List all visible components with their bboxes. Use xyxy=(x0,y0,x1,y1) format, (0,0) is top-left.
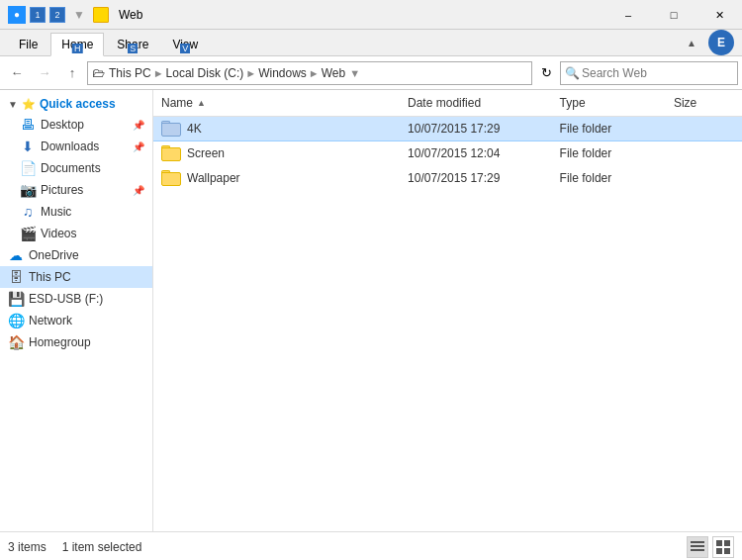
folder-icon-title xyxy=(93,7,109,23)
sidebar-thispc-label: This PC xyxy=(29,270,71,284)
file-row-wallpaper[interactable]: Wallpaper 10/07/2015 17:29 File folder xyxy=(153,166,742,191)
file-date-4k: 10/07/2015 17:29 xyxy=(400,118,552,140)
sidebar-item-music[interactable]: ♫ Music xyxy=(0,201,152,223)
maximize-button[interactable]: □ xyxy=(651,0,696,30)
svg-rect-5 xyxy=(716,548,722,554)
pin-icon-pictures: 📌 xyxy=(133,185,144,196)
file-row-screen[interactable]: Screen 10/07/2015 12:04 File folder xyxy=(153,141,742,166)
sidebar-item-pictures[interactable]: 📷 Pictures 📌 xyxy=(0,179,152,201)
status-bar-right xyxy=(687,536,734,558)
folder-icon-screen xyxy=(161,145,181,161)
svg-rect-3 xyxy=(716,540,722,546)
main-area: ▼ ⭐ Quick access 🖶 Desktop 📌 ⬇ Downloads… xyxy=(0,90,742,531)
sidebar-homegroup-label: Homegroup xyxy=(29,335,91,349)
title-bar-left: ● 1 2 ▼ Web xyxy=(8,6,142,24)
sidebar-item-network[interactable]: 🌐 Network xyxy=(0,310,152,331)
pin-icon-downloads: 📌 xyxy=(133,141,144,152)
sidebar-item-downloads[interactable]: ⬇ Downloads 📌 xyxy=(0,136,152,157)
tab-share-key: S xyxy=(128,44,138,53)
col-header-type[interactable]: Type xyxy=(552,92,666,114)
refresh-button[interactable]: ↻ xyxy=(534,61,558,85)
music-icon: ♫ xyxy=(20,204,36,220)
col-header-size[interactable]: Size xyxy=(666,92,742,114)
file-size-4k xyxy=(666,125,742,133)
search-box[interactable]: 🔍 xyxy=(560,61,738,85)
sidebar-section-quick-access[interactable]: ▼ ⭐ Quick access xyxy=(0,94,152,114)
sidebar-usb-label: ESD-USB (F:) xyxy=(29,292,103,306)
file-date-wallpaper: 10/07/2015 17:29 xyxy=(400,167,552,189)
file-row-4k[interactable]: 4K 10/07/2015 17:29 File folder xyxy=(153,117,742,141)
sidebar-onedrive-label: OneDrive xyxy=(29,248,79,262)
sidebar-item-usb[interactable]: 💾 ESD-USB (F:) xyxy=(0,288,152,310)
sidebar-item-onedrive[interactable]: ☁ OneDrive xyxy=(0,244,152,266)
file-name-screen: Screen xyxy=(153,141,400,165)
sort-arrow-name: ▲ xyxy=(197,98,206,108)
user-avatar[interactable]: E xyxy=(708,30,734,55)
details-view-button[interactable] xyxy=(687,536,708,558)
homegroup-icon: 🏠 xyxy=(8,334,24,350)
up-button[interactable]: ↑ xyxy=(59,60,85,86)
svg-rect-6 xyxy=(724,548,730,554)
sidebar-item-homegroup[interactable]: 🏠 Homegroup xyxy=(0,331,152,353)
ribbon: File Home H Share S View V ▲ E xyxy=(0,30,742,56)
crumb-thispc[interactable]: This PC xyxy=(109,66,151,80)
tab-file[interactable]: File xyxy=(8,33,48,55)
file-name-label-4k: 4K xyxy=(187,122,202,136)
sep-2: ► xyxy=(245,67,256,79)
crumb-windows[interactable]: Windows xyxy=(258,66,307,80)
thispc-icon: 🗄 xyxy=(8,269,24,285)
videos-icon: 🎬 xyxy=(20,226,36,241)
pictures-icon: 📷 xyxy=(20,182,36,198)
file-size-screen xyxy=(666,149,742,157)
file-name-label-wallpaper: Wallpaper xyxy=(187,171,240,185)
file-name-wallpaper: Wallpaper xyxy=(153,166,400,190)
downloads-icon: ⬇ xyxy=(20,139,36,154)
svg-rect-2 xyxy=(691,549,704,551)
minimize-button[interactable]: – xyxy=(605,0,651,30)
crumb-localdisk[interactable]: Local Disk (C:) xyxy=(166,66,244,80)
back-button[interactable]: ← xyxy=(4,60,30,86)
file-type-4k: File folder xyxy=(552,118,666,140)
documents-icon: 📄 xyxy=(20,160,36,176)
sidebar-documents-label: Documents xyxy=(41,161,101,175)
sidebar-item-videos[interactable]: 🎬 Videos xyxy=(0,223,152,244)
forward-button[interactable]: → xyxy=(32,60,57,86)
svg-rect-4 xyxy=(724,540,730,546)
col-header-date[interactable]: Date modified xyxy=(400,92,552,114)
status-bar: 3 items 1 item selected xyxy=(0,531,742,560)
sidebar-item-desktop[interactable]: 🖶 Desktop 📌 xyxy=(0,114,152,136)
sidebar: ▼ ⭐ Quick access 🖶 Desktop 📌 ⬇ Downloads… xyxy=(0,90,153,531)
star-icon: ⭐ xyxy=(22,98,36,111)
tab-home[interactable]: Home H xyxy=(50,33,104,56)
svg-rect-0 xyxy=(691,541,704,543)
folder-icon-4k xyxy=(161,121,181,137)
sidebar-item-documents[interactable]: 📄 Documents xyxy=(0,157,152,179)
search-magnifier-icon: 🔍 xyxy=(565,66,580,80)
column-headers: Name ▲ Date modified Type Size xyxy=(153,90,742,117)
desktop-icon: 🖶 xyxy=(20,117,36,133)
tab-view[interactable]: View V xyxy=(161,33,209,55)
badge-1: 1 xyxy=(30,7,46,23)
col-name-label: Name xyxy=(161,96,193,110)
address-bar[interactable]: 🗁 This PC ► Local Disk (C:) ► Windows ► … xyxy=(87,61,532,85)
badge-2: 2 xyxy=(49,7,65,23)
file-name-4k: 4K xyxy=(153,117,400,140)
selected-count: 1 item selected xyxy=(62,540,142,554)
file-name-label-screen: Screen xyxy=(187,146,225,160)
tab-share[interactable]: Share S xyxy=(106,33,159,55)
quick-access-toolbar-btn[interactable]: ● xyxy=(8,6,26,24)
window-title: Web xyxy=(119,8,142,22)
address-dropdown-icon[interactable]: ▼ xyxy=(349,67,360,79)
close-button[interactable]: ✕ xyxy=(696,0,742,30)
large-icons-view-icon xyxy=(716,540,730,554)
sidebar-item-thispc[interactable]: 🗄 This PC xyxy=(0,266,152,288)
sidebar-downloads-label: Downloads xyxy=(41,140,99,153)
window-controls: – □ ✕ xyxy=(605,0,742,30)
ribbon-collapse-btn[interactable]: ▲ xyxy=(679,30,704,55)
col-header-name[interactable]: Name ▲ xyxy=(153,92,400,114)
network-icon: 🌐 xyxy=(8,313,24,328)
crumb-web[interactable]: Web xyxy=(322,66,345,80)
search-input[interactable] xyxy=(582,66,733,80)
large-icons-view-button[interactable] xyxy=(712,536,734,558)
nav-bar: ← → ↑ 🗁 This PC ► Local Disk (C:) ► Wind… xyxy=(0,56,742,90)
